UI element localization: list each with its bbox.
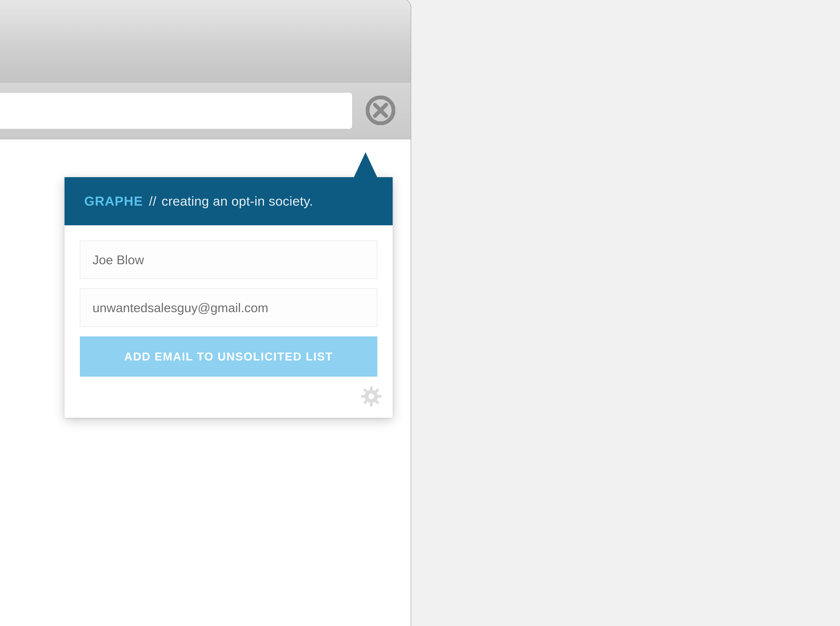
address-bar[interactable] [0, 92, 353, 129]
svg-point-5 [368, 393, 374, 399]
extension-close-button[interactable] [366, 96, 395, 125]
svg-rect-9 [377, 395, 381, 398]
svg-rect-8 [361, 395, 366, 398]
graphe-popover: GRAPHE // creating an opt-in society. AD… [64, 177, 393, 418]
name-field[interactable] [80, 241, 377, 279]
brand-separator: // [149, 194, 156, 208]
popover-body: ADD EMAIL TO UNSOLICITED LIST [64, 225, 393, 383]
svg-rect-6 [370, 386, 372, 391]
browser-tab-bar [0, 0, 411, 83]
svg-rect-7 [370, 402, 372, 406]
browser-toolbar [0, 83, 411, 139]
popover-caret [353, 152, 378, 178]
popover-footer [64, 383, 393, 418]
brand-name: GRAPHE [84, 194, 143, 208]
add-email-button[interactable]: ADD EMAIL TO UNSOLICITED LIST [80, 336, 377, 377]
settings-button[interactable] [360, 385, 382, 407]
brand-tagline: creating an opt-in society. [161, 194, 313, 208]
close-circle-icon [366, 95, 395, 126]
gear-icon [360, 404, 382, 408]
popover-header: GRAPHE // creating an opt-in society. [64, 177, 393, 225]
email-field[interactable] [80, 288, 377, 327]
